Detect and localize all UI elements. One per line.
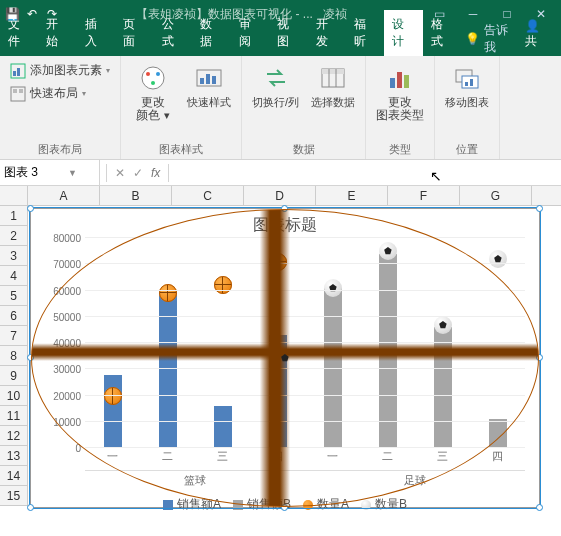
svg-rect-15 bbox=[322, 69, 344, 74]
group-type: 更改图表类型 类型 bbox=[366, 56, 435, 159]
svg-rect-20 bbox=[404, 75, 409, 88]
name-box-dropdown-icon[interactable]: ▼ bbox=[68, 168, 77, 178]
change-colors-button[interactable]: 更改颜色 ▾ bbox=[129, 60, 177, 124]
tab-文件[interactable]: 文件 bbox=[0, 10, 38, 56]
formula-input[interactable] bbox=[177, 166, 555, 180]
col-header[interactable]: G bbox=[460, 186, 532, 205]
row-header[interactable]: 8 bbox=[0, 346, 28, 366]
tab-公式[interactable]: 公式 bbox=[154, 10, 192, 56]
column-headers: ABCDEFG bbox=[0, 186, 561, 206]
quick-layout-icon bbox=[10, 86, 26, 102]
tab-格式[interactable]: 格式 bbox=[423, 10, 461, 56]
tab-视图[interactable]: 视图 bbox=[269, 10, 307, 56]
svg-rect-23 bbox=[465, 82, 468, 86]
col-header[interactable]: A bbox=[28, 186, 100, 205]
row-header[interactable]: 9 bbox=[0, 366, 28, 386]
svg-point-7 bbox=[146, 72, 150, 76]
row-header[interactable]: 13 bbox=[0, 446, 28, 466]
worksheet[interactable]: ABCDEFG 123456789101112131415 图表标题 01000… bbox=[0, 186, 561, 536]
tab-开发[interactable]: 开发 bbox=[308, 10, 346, 56]
svg-rect-2 bbox=[17, 68, 20, 76]
svg-point-9 bbox=[151, 81, 155, 85]
row-header[interactable]: 14 bbox=[0, 466, 28, 486]
row-header[interactable]: 6 bbox=[0, 306, 28, 326]
row-header[interactable]: 5 bbox=[0, 286, 28, 306]
switch-icon bbox=[260, 62, 292, 94]
svg-rect-5 bbox=[19, 89, 23, 93]
row-headers: 123456789101112131415 bbox=[0, 206, 28, 506]
select-all-corner[interactable] bbox=[0, 186, 28, 205]
change-chart-type-button[interactable]: 更改图表类型 bbox=[374, 60, 426, 124]
quick-layout-button[interactable]: 快速布局▾ bbox=[8, 83, 112, 104]
move-chart-icon bbox=[451, 62, 483, 94]
svg-rect-4 bbox=[13, 89, 17, 93]
svg-rect-1 bbox=[13, 71, 16, 76]
cancel-formula-icon[interactable]: ✕ bbox=[115, 166, 125, 180]
tell-me[interactable]: 💡告诉我 bbox=[465, 22, 516, 56]
minimize-icon[interactable]: ─ bbox=[457, 4, 489, 24]
add-element-icon bbox=[10, 63, 26, 79]
svg-rect-11 bbox=[200, 78, 204, 84]
col-header[interactable]: D bbox=[244, 186, 316, 205]
row-header[interactable]: 15 bbox=[0, 486, 28, 506]
name-box[interactable]: ▼ bbox=[0, 160, 100, 185]
svg-point-6 bbox=[142, 67, 164, 89]
row-header[interactable]: 12 bbox=[0, 426, 28, 446]
svg-rect-12 bbox=[206, 74, 210, 84]
row-header[interactable]: 7 bbox=[0, 326, 28, 346]
fx-icon[interactable]: fx bbox=[151, 166, 160, 180]
add-chart-element-button[interactable]: 添加图表元素▾ bbox=[8, 60, 112, 81]
embedded-chart[interactable]: 图表标题 01000020000300004000050000600007000… bbox=[30, 208, 540, 508]
group-data: 切换行/列 选择数据 数据 bbox=[242, 56, 366, 159]
row-header[interactable]: 10 bbox=[0, 386, 28, 406]
svg-rect-19 bbox=[397, 72, 402, 88]
formula-bar-row: ▼ ✕ ✓ fx bbox=[0, 160, 561, 186]
palette-icon bbox=[137, 62, 169, 94]
col-header[interactable]: E bbox=[316, 186, 388, 205]
group-location: 移动图表 位置 bbox=[435, 56, 500, 159]
quick-styles-button[interactable]: 快速样式 bbox=[185, 60, 233, 111]
tab-插入[interactable]: 插入 bbox=[77, 10, 115, 56]
move-chart-button[interactable]: 移动图表 bbox=[443, 60, 491, 111]
tab-页面[interactable]: 页面 bbox=[115, 10, 153, 56]
svg-rect-18 bbox=[390, 78, 395, 88]
row-header[interactable]: 1 bbox=[0, 206, 28, 226]
tab-数据[interactable]: 数据 bbox=[192, 10, 230, 56]
legend-item[interactable]: 数量B bbox=[361, 496, 407, 513]
chart-type-icon bbox=[384, 62, 416, 94]
tab-福昕[interactable]: 福昕 bbox=[346, 10, 384, 56]
ribbon: 添加图表元素▾ 快速布局▾ 图表布局 更改颜色 ▾ 快速样式 图表样式 bbox=[0, 56, 561, 160]
share-button[interactable]: 👤 共 bbox=[517, 13, 561, 56]
col-header[interactable]: B bbox=[100, 186, 172, 205]
select-data-button[interactable]: 选择数据 bbox=[309, 60, 357, 111]
group-chart-layout: 添加图表元素▾ 快速布局▾ 图表布局 bbox=[0, 56, 121, 159]
name-box-input[interactable] bbox=[4, 166, 64, 180]
svg-rect-13 bbox=[212, 76, 216, 84]
enter-formula-icon[interactable]: ✓ bbox=[133, 166, 143, 180]
bulb-icon: 💡 bbox=[465, 32, 480, 46]
tab-审阅[interactable]: 审阅 bbox=[231, 10, 269, 56]
tab-设计[interactable]: 设计 bbox=[384, 10, 422, 56]
col-header[interactable]: C bbox=[172, 186, 244, 205]
col-header[interactable]: F bbox=[388, 186, 460, 205]
svg-point-8 bbox=[156, 72, 160, 76]
row-header[interactable]: 4 bbox=[0, 266, 28, 286]
ribbon-tabs: 文件开始插入页面公式数据审阅视图开发福昕设计格式💡告诉我👤 共 bbox=[0, 28, 561, 56]
group-chart-styles: 更改颜色 ▾ 快速样式 图表样式 bbox=[121, 56, 242, 159]
styles-icon bbox=[193, 62, 225, 94]
svg-rect-24 bbox=[470, 79, 473, 86]
switch-row-col-button[interactable]: 切换行/列 bbox=[250, 60, 301, 111]
row-header[interactable]: 11 bbox=[0, 406, 28, 426]
select-data-icon bbox=[317, 62, 349, 94]
row-header[interactable]: 3 bbox=[0, 246, 28, 266]
row-header[interactable]: 2 bbox=[0, 226, 28, 246]
tab-开始[interactable]: 开始 bbox=[38, 10, 76, 56]
